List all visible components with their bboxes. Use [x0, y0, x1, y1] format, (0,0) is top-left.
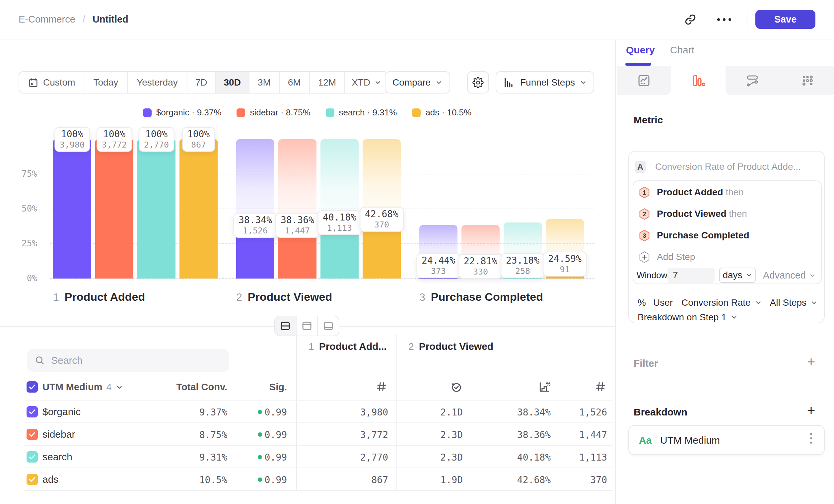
step-axis-label-3: 3Purchase Completed [419, 291, 543, 303]
step2-conv-rate-cell: 42.68% [517, 475, 551, 485]
row-label: search [42, 451, 72, 462]
group-step-number: 1 [309, 341, 314, 352]
sig-cell: 0.99 [265, 452, 287, 463]
add-breakdown-button[interactable]: + [806, 405, 817, 416]
check-icon [28, 383, 36, 391]
flows-icon [745, 74, 759, 88]
query-step-1[interactable]: 1Product Added then [639, 186, 744, 199]
top-actions: Save [681, 0, 815, 39]
bar-value-card: 40.18%1,113 [317, 210, 361, 235]
tab-query[interactable]: Query [626, 44, 655, 56]
report-type-tab-insights[interactable] [617, 66, 671, 95]
step2-count-cell: 370 [590, 475, 607, 485]
row-label: $organic [42, 406, 81, 417]
step-name: Purchase Completed [431, 291, 543, 303]
layout-option-bottom-panel[interactable] [318, 316, 339, 336]
report-type-tab-funnels[interactable] [671, 66, 726, 95]
table-row-sidebar[interactable]: sidebar8.75%0.993,7722.3D38.36%1,447 [0, 423, 615, 445]
add-step-label: Add Step [657, 252, 695, 262]
total-conv-cell: 10.5% [199, 475, 227, 485]
bar-search-step1[interactable] [137, 139, 175, 278]
bar-ads-step1[interactable] [179, 139, 218, 278]
svg-text:2: 2 [642, 210, 646, 217]
check-icon [28, 408, 36, 416]
bar-conversion-pct: 100% [60, 128, 85, 140]
bar-organic-step1[interactable] [53, 139, 91, 278]
group-step-name: Product Add... [319, 341, 387, 352]
step-then-suffix: then [726, 187, 744, 197]
conv-rate-column-icon[interactable]: % [538, 381, 551, 393]
kebab-menu-icon[interactable] [810, 433, 812, 444]
funnel-report-app: E-Commerce / Untitled Save CustomTodayYe… [0, 0, 834, 504]
row-checkbox[interactable] [26, 429, 38, 440]
step-axis-label-2: 2Product Viewed [236, 291, 332, 303]
count-column-icon-step2[interactable] [594, 381, 607, 393]
report-type-tab-flows[interactable] [726, 66, 780, 95]
measure-steps-dropdown[interactable]: All Steps [770, 297, 807, 308]
step1-count-cell: 3,772 [360, 429, 388, 440]
step2-avg-time-cell: 2.3D [441, 452, 463, 463]
bar-count: 867 [188, 140, 210, 150]
bar-count: 370 [365, 220, 398, 229]
advanced-toggle[interactable]: Advanced [763, 270, 816, 281]
row-label: ads [42, 474, 58, 485]
total-conv-cell: 9.37% [199, 407, 227, 418]
measure-entity[interactable]: User [653, 297, 673, 308]
bar-conversion-pct: 100% [102, 128, 127, 140]
tab-chart[interactable]: Chart [670, 44, 694, 56]
avg-time-column-icon[interactable] [450, 381, 463, 393]
advanced-label: Advanced [763, 270, 806, 281]
row-checkbox[interactable] [26, 451, 38, 462]
copy-link-button[interactable] [681, 10, 700, 29]
step-badge: 3 [639, 229, 650, 242]
table-row-search[interactable]: search9.31%0.992,7702.3D40.18%1,113 [0, 445, 615, 468]
table-row-organic[interactable]: $organic9.37%0.993,9802.1D38.34%1,526 [0, 400, 615, 423]
check-icon [28, 453, 36, 461]
add-filter-button[interactable]: + [806, 357, 817, 368]
topbar-divider [747, 10, 747, 29]
ellipsis-icon [717, 18, 731, 21]
query-step-3[interactable]: 3Purchase Completed [639, 229, 749, 242]
bar-count: 1,447 [281, 226, 314, 235]
step-number: 3 [419, 291, 425, 303]
metric-title[interactable]: Conversion Rate of Product Adde... [655, 161, 801, 172]
metric-card: A Conversion Rate of Product Adde... 1Pr… [628, 151, 825, 323]
bar-conversion-pct: 23.18% [506, 255, 540, 266]
window-value-input[interactable]: 7 [667, 268, 715, 283]
filter-section-heading: Filter [634, 358, 658, 369]
step-number: 2 [236, 291, 242, 303]
more-menu-button[interactable] [715, 10, 733, 29]
layout-option-rows-split[interactable] [275, 316, 297, 336]
add-step-button[interactable]: Add Step [639, 250, 695, 264]
step1-count-cell: 2,770 [360, 452, 388, 463]
query-step-2[interactable]: 2Product Viewed then [639, 207, 747, 221]
breakdown-column-header[interactable]: UTM Medium4 [42, 382, 123, 393]
significance-dot [258, 455, 262, 459]
row-checkbox[interactable] [26, 474, 38, 485]
bar-count: 3,980 [60, 140, 85, 150]
bar-sidebar-step1[interactable] [95, 139, 133, 278]
table-search-input[interactable]: Search [27, 349, 229, 372]
select-all-checkbox[interactable] [26, 381, 38, 393]
save-button[interactable]: Save [755, 10, 815, 29]
bottom-panel-icon [323, 320, 334, 332]
row-checkbox[interactable] [26, 406, 38, 417]
layout-option-top-panel[interactable] [297, 316, 318, 336]
report-type-tab-retention[interactable] [780, 66, 834, 95]
chevron-down-icon [809, 272, 816, 279]
breakdown-property-card[interactable]: Aa UTM Medium [628, 425, 825, 455]
bar-value-card: 38.34%1,526 [233, 213, 277, 238]
breakdown-on-row[interactable]: Breakdown on Step 1 [638, 312, 738, 323]
total-conv-column-header[interactable]: Total Conv. [176, 382, 227, 393]
bar-value-card: 23.18%258 [501, 253, 545, 278]
sig-column-header[interactable]: Sig. [269, 382, 287, 393]
measure-type-dropdown[interactable]: Conversion Rate [681, 297, 751, 308]
bar-value-card: 100%3,772 [96, 127, 132, 152]
count-column-icon-step1[interactable] [375, 381, 388, 393]
step-axis-label-1: 1Product Added [53, 291, 145, 303]
window-unit-select[interactable]: days [719, 268, 756, 283]
table-row-ads[interactable]: ads10.5%0.998671.9D42.68%370 [0, 468, 615, 491]
y-axis-tick: 0% [13, 273, 37, 283]
bar-conversion-pct: 100% [188, 128, 210, 140]
query-step-label: Product Viewed then [657, 209, 747, 219]
